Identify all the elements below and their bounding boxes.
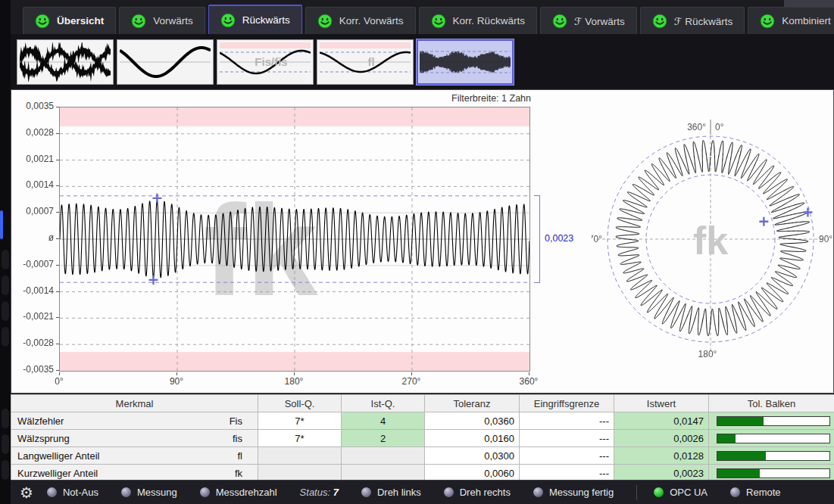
status-indicator-label: Messdrehzahl bbox=[216, 487, 277, 498]
tab-korr-vorwärts[interactable]: Korr. Vorwärts bbox=[305, 7, 416, 34]
y-axis-tick-label: -0,0035 bbox=[11, 364, 54, 375]
tab-rückwärts[interactable]: Rückwärts bbox=[208, 5, 302, 34]
left-toolbar bbox=[0, 0, 11, 504]
istwert-cell: 0,0147 bbox=[614, 412, 709, 430]
column-header-3: Toleranz bbox=[425, 395, 520, 412]
smiley-icon bbox=[131, 14, 146, 29]
tolerance-bar-fill bbox=[717, 452, 766, 460]
left-toolbar-active-indicator bbox=[0, 210, 3, 239]
left-toolbar-knob bbox=[2, 250, 9, 269]
merkmal-name: Kurzwelliger Anteil bbox=[17, 468, 98, 479]
status-indicator-messung-fertig: Messung fertig bbox=[533, 487, 614, 498]
waveform-chart bbox=[59, 107, 530, 372]
filter-width-label: Filterbreite: 1 Zahn bbox=[319, 93, 531, 104]
tab--rückwärts[interactable]: ℱ Rückwärts bbox=[640, 7, 745, 34]
column-header-2: Ist-Q. bbox=[342, 395, 425, 412]
x-axis-tick bbox=[411, 372, 412, 375]
smiley-icon bbox=[431, 14, 446, 29]
status-indicator-label: OPC UA bbox=[670, 487, 707, 498]
polar-chart bbox=[592, 105, 834, 366]
window-chrome-fragment bbox=[784, 0, 834, 8]
status-indicator-label: Dreh rechts bbox=[460, 487, 511, 498]
soll-q-cell: 7* bbox=[258, 430, 342, 447]
left-toolbar-knob bbox=[2, 275, 9, 295]
y-axis-tick bbox=[56, 185, 59, 186]
led-gray-icon bbox=[47, 487, 57, 497]
x-axis-tick bbox=[294, 372, 295, 375]
eingriffsgrenze-cell: --- bbox=[520, 430, 614, 447]
tab-kombiniert[interactable]: Kombiniert bbox=[748, 7, 834, 34]
status-indicator-dreh-rechts: Dreh rechts bbox=[444, 487, 511, 498]
column-header-5: Istwert bbox=[614, 395, 709, 412]
column-header-4: Eingriffsgrenze bbox=[520, 395, 614, 412]
tab--vorwärts[interactable]: ℱ Vorwärts bbox=[540, 7, 637, 34]
tol-balken-cell bbox=[709, 430, 834, 447]
tab-label: Korr. Vorwärts bbox=[339, 15, 404, 26]
tolerance-bar-track bbox=[717, 416, 830, 426]
x-axis-tick-label: 270° bbox=[395, 376, 428, 387]
left-toolbar-knob bbox=[2, 301, 9, 321]
measurement-panel: Filterbreite: 1 Zahn 0,0023 0,00350,0028… bbox=[11, 89, 834, 394]
status-indicator-label: Dreh links bbox=[377, 487, 421, 498]
led-gray-icon bbox=[121, 487, 131, 497]
y-axis-tick-label: 0,0028 bbox=[11, 127, 54, 138]
status-indicator-remote: Remote bbox=[730, 487, 781, 498]
tab-übersicht[interactable]: Übersicht bbox=[23, 7, 116, 34]
smiley-icon bbox=[652, 14, 667, 29]
x-axis-tick bbox=[529, 372, 529, 375]
tab-korr-rückwärts[interactable]: Korr. Rückwärts bbox=[419, 7, 537, 34]
thumbnail-fis-dual[interactable] bbox=[17, 39, 114, 85]
y-axis-tick-label: ø bbox=[11, 232, 54, 243]
tab-label: ℱ Rückwärts bbox=[674, 15, 732, 27]
eingriffsgrenze-cell: --- bbox=[520, 412, 614, 430]
status-indicator-opc-ua: OPC UA bbox=[654, 487, 707, 498]
merkmal-name: Wälzfehler bbox=[17, 415, 64, 427]
thumbnail-fis-dual-canvas bbox=[20, 42, 111, 82]
thumbnail-fk[interactable] bbox=[417, 39, 514, 85]
y-axis-tick bbox=[56, 133, 59, 134]
left-toolbar-knob bbox=[2, 434, 9, 454]
y-axis-tick bbox=[56, 238, 59, 239]
led-gray-icon bbox=[200, 487, 210, 497]
eingriffsgrenze-cell: --- bbox=[520, 447, 614, 465]
y-axis-tick bbox=[56, 317, 59, 318]
peak-to-peak-bracket bbox=[534, 195, 540, 283]
x-axis-tick-label: 0° bbox=[42, 376, 76, 387]
tab-label: Kombiniert bbox=[782, 15, 831, 26]
istwert-cell: 0,0026 bbox=[614, 430, 709, 447]
merkmal-symbol: fl bbox=[238, 450, 243, 462]
ist-q-cell: 2 bbox=[342, 430, 425, 447]
tolerance-bar-track bbox=[717, 451, 830, 461]
tab-vorwärts[interactable]: Vorwärts bbox=[119, 7, 205, 34]
y-axis-tick-label: 0,0014 bbox=[11, 179, 54, 190]
merkmal-symbol: fis bbox=[233, 433, 242, 444]
y-axis-tick-label: -0,0014 bbox=[11, 285, 54, 296]
led-gray-icon bbox=[444, 487, 454, 497]
status-separator bbox=[636, 485, 637, 500]
ist-q-cell bbox=[342, 447, 425, 465]
smiley-icon bbox=[760, 14, 775, 29]
tol-balken-cell bbox=[709, 447, 834, 465]
thumbnail-fis-fis-canvas bbox=[220, 42, 311, 82]
table-row-fl: Langwelliger Anteilfl0,0300---0,0128 bbox=[11, 447, 834, 465]
thumbnail-fl[interactable] bbox=[317, 39, 414, 85]
x-axis-tick-label: 180° bbox=[277, 376, 311, 387]
preview-strip bbox=[11, 34, 834, 89]
thumbnail-fis-smooth[interactable] bbox=[117, 39, 214, 85]
y-axis-tick bbox=[56, 265, 59, 266]
status-indicator-dreh-links: Dreh links bbox=[361, 487, 421, 498]
tol-balken-cell bbox=[709, 412, 834, 430]
x-axis-tick-label: 90° bbox=[160, 376, 193, 387]
settings-gear-icon[interactable]: ⚙ bbox=[20, 485, 33, 500]
tab-label: Korr. Rückwärts bbox=[453, 15, 525, 26]
tab-label: Vorwärts bbox=[153, 15, 193, 26]
column-header-1: Soll-Q. bbox=[258, 395, 342, 412]
application-window: ÜbersichtVorwärtsRückwärtsKorr. Vorwärts… bbox=[0, 0, 834, 504]
tab-label: Übersicht bbox=[57, 15, 104, 26]
left-toolbar-knob bbox=[2, 409, 9, 428]
status-indicator-label: Messung bbox=[137, 487, 177, 498]
smiley-icon bbox=[220, 13, 236, 28]
thumbnail-fis-fis[interactable] bbox=[217, 39, 314, 85]
soll-q-cell: 7* bbox=[258, 412, 342, 430]
smiley-icon bbox=[35, 14, 50, 29]
